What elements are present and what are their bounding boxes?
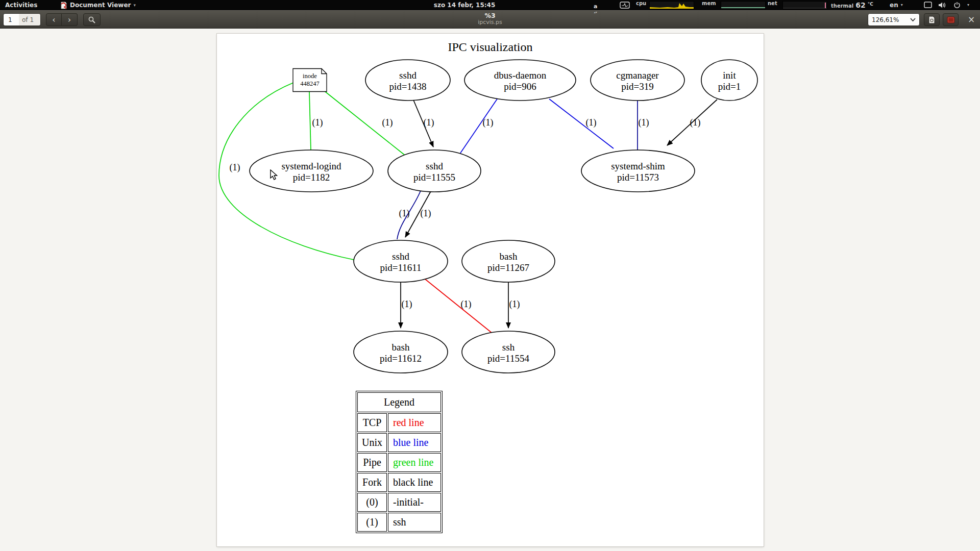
node-label: init [723, 70, 736, 81]
edge-label: (1) [421, 208, 431, 219]
node-label: 448247 [300, 80, 320, 87]
net-graph[interactable] [782, 1, 827, 9]
legend-key: (0) [357, 493, 387, 512]
legend-value: green line [388, 453, 441, 472]
node-label: pid=11573 [617, 172, 659, 183]
node-label: sshd [392, 251, 409, 262]
mem-indicator-label: mem [702, 0, 716, 9]
chevron-down-icon[interactable]: ▾ [967, 0, 969, 10]
node-label: sshd [426, 161, 443, 171]
legend-value: black line [388, 473, 441, 492]
cpu-indicator-label: cpu [636, 0, 646, 9]
legend-value: blue line [388, 433, 441, 452]
node-label: pid=11555 [413, 172, 455, 183]
graph-edge-tcp [423, 278, 494, 335]
graph-node: dbus-daemonpid=906 [464, 60, 576, 101]
document-viewer-icon [60, 2, 67, 9]
node-label: inode [303, 72, 317, 80]
legend-row: Forkblack line [357, 473, 441, 492]
document-properties-button[interactable] [924, 13, 940, 26]
keyboard-glyph: a [594, 3, 597, 10]
legend-key: TCP [357, 413, 387, 432]
edge-label: (1) [639, 117, 649, 128]
legend-value: -initial- [388, 493, 441, 512]
edge-label: (1) [402, 299, 412, 310]
node-label: ssh [502, 342, 515, 353]
node-label: pid=319 [621, 81, 654, 92]
legend-key: (1) [357, 513, 387, 532]
thermal-label: thermal [831, 1, 853, 11]
node-label: pid=906 [504, 81, 536, 92]
node-label: sshd [399, 70, 416, 81]
edge-label: (1) [461, 299, 472, 310]
language-indicator[interactable]: en ▾ [890, 0, 903, 10]
edge-label: (1) [230, 162, 240, 173]
activities-button[interactable]: Activities [5, 0, 37, 10]
thumbnail-icon [947, 16, 955, 23]
node-label: systemd-logind [281, 161, 341, 171]
graph-node: cgmanagerpid=319 [591, 60, 684, 101]
graph-node: sshpid=11554 [462, 331, 555, 373]
app-menu-button[interactable]: Document Viewer ▾ [60, 0, 136, 10]
node-label: pid=11267 [487, 262, 529, 273]
legend-table-container: LegendTCPred lineUnixblue linePipegreen … [356, 391, 443, 533]
node-label: pid=1438 [389, 81, 427, 92]
graph-node: bashpid=11267 [462, 240, 555, 282]
node-label: dbus-daemon [494, 70, 547, 81]
node-label: pid=1182 [293, 172, 330, 183]
legend-key: Fork [357, 473, 387, 492]
graph-edge-pipe [309, 91, 311, 150]
clock[interactable]: szo 14 febr, 15:45 [412, 0, 517, 10]
window-close-button[interactable]: × [965, 12, 978, 27]
language-label: en [890, 0, 898, 10]
legend-row: Unixblue line [357, 433, 441, 452]
thermal-indicator[interactable]: thermal 62 °C [831, 0, 873, 10]
graph-node: systemd-shimpid=11573 [581, 150, 695, 192]
document-title-area: %3 ipcvis.ps [0, 12, 980, 26]
node-label: pid=11612 [380, 353, 422, 364]
gnome-top-bar: Activities Document Viewer ▾ szo 14 febr… [0, 0, 980, 10]
system-monitor-icon[interactable] [620, 2, 630, 9]
document-view-area[interactable]: IPC visualization (1)(1)(1)(1)(1)(1)(1)(… [0, 29, 980, 551]
zoom-level-dropdown[interactable]: 126,61% [868, 13, 920, 26]
chevron-down-icon [910, 18, 916, 21]
net-indicator-label: net [768, 0, 777, 9]
graph-node: sshdpid=11555 [388, 150, 481, 192]
keyboard-indicator[interactable]: a ▴▾ [594, 2, 597, 12]
display-icon[interactable] [924, 2, 932, 8]
legend-value: red line [388, 413, 441, 432]
document-filename: ipcvis.ps [0, 19, 980, 26]
volume-icon[interactable] [938, 2, 947, 9]
app-menu-label: Document Viewer [70, 0, 131, 10]
thermal-unit: °C [868, 0, 873, 9]
edge-label: (1) [382, 117, 393, 128]
node-label: systemd-shim [611, 161, 665, 171]
mem-graph[interactable] [721, 1, 766, 9]
cpu-graph[interactable] [649, 1, 694, 9]
graph-node: systemd-logindpid=1182 [250, 150, 373, 192]
legend-table: LegendTCPred lineUnixblue linePipegreen … [356, 391, 443, 533]
node-label: pid=11611 [380, 262, 421, 273]
node-label: bash [392, 342, 410, 353]
edge-label: (1) [483, 117, 494, 128]
updown-arrows-icon: ▴▾ [594, 11, 597, 13]
evince-toolbar: 1 of 1 ‹ › %3 ipcvis.ps 126,61% [0, 10, 980, 29]
edge-label: (1) [424, 117, 434, 128]
graph-node: bashpid=11612 [354, 331, 448, 373]
graph-node: sshdpid=1438 [365, 60, 450, 101]
thermal-value: 62 [855, 0, 865, 10]
legend-value: ssh [388, 513, 441, 532]
legend-title: Legend [357, 392, 441, 412]
mouse-cursor [270, 169, 280, 181]
ipc-graph-svg: (1)(1)(1)(1)(1)(1)(1)(1)(1)(1)(1)(1)(1)i… [217, 34, 764, 546]
thumbnails-sidebar-button[interactable] [943, 13, 959, 26]
zoom-level-value: 126,61% [872, 16, 899, 23]
graph-node: inode448247 [293, 69, 327, 92]
legend-row: TCPred line [357, 413, 441, 432]
node-label: pid=11554 [487, 353, 529, 364]
chevron-down-icon: ▾ [901, 0, 903, 10]
edge-label: (1) [690, 117, 701, 128]
power-icon[interactable] [953, 2, 961, 9]
document-title: %3 [0, 12, 980, 19]
graph-edge-unix [549, 99, 614, 148]
